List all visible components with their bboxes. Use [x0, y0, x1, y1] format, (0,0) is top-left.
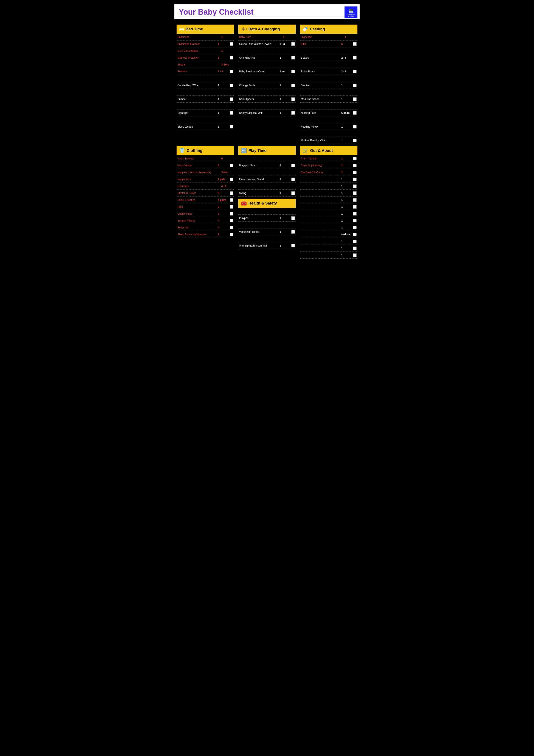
item-checkbox[interactable]	[353, 139, 357, 142]
item-checkbox[interactable]	[353, 233, 357, 236]
item-checkbox[interactable]	[230, 125, 233, 128]
item-checkbox[interactable]	[353, 212, 357, 216]
item-checkbox[interactable]	[230, 198, 233, 202]
item-quantity: 1	[279, 178, 291, 181]
item-quantity: 1	[279, 244, 291, 247]
item-checkbox[interactable]	[353, 84, 357, 87]
item-name: Highchair	[301, 36, 345, 39]
item-checkbox[interactable]	[230, 42, 233, 46]
item-checkbox[interactable]	[353, 70, 357, 73]
item-checkbox[interactable]	[291, 84, 295, 87]
item-checkbox[interactable]	[230, 164, 233, 167]
main-content: 🛏 Bed Time Bassinette1Bassinette Mattres…	[174, 20, 360, 263]
item-checkbox[interactable]	[230, 111, 233, 115]
item-checkbox[interactable]	[291, 230, 295, 233]
item-checkbox[interactable]	[230, 177, 233, 181]
item-name: Medicine Spoon	[301, 97, 341, 101]
item-checkbox[interactable]	[353, 247, 357, 250]
item-checkbox[interactable]	[291, 42, 295, 46]
list-item: 1	[300, 176, 357, 183]
item-name: Sterlizer	[301, 84, 341, 87]
item-checkbox[interactable]	[230, 233, 233, 236]
item-checkbox[interactable]	[353, 219, 357, 222]
clothing-items: Vests Summer6Vests Winter6Nappies (cloth…	[177, 155, 234, 238]
item-quantity: 1	[341, 125, 353, 128]
list-item	[238, 89, 296, 96]
item-quantity: 1	[279, 97, 291, 101]
list-item: Socks / Booties4 pairs	[177, 197, 234, 203]
item-checkbox[interactable]	[353, 198, 357, 202]
health-safety-icon: 🧰	[241, 201, 247, 206]
item-quantity: 1	[218, 42, 230, 45]
list-item	[300, 89, 357, 96]
item-quantity: 1	[341, 219, 353, 222]
item-name: Pram / Stroller	[301, 157, 341, 160]
list-item	[238, 235, 296, 242]
list-item	[177, 89, 234, 96]
item-quantity: 1	[341, 164, 353, 167]
item-quantity: 1	[341, 205, 353, 208]
item-checkbox[interactable]	[291, 216, 295, 220]
item-checkbox[interactable]	[230, 219, 233, 222]
clothing-header: 👕 Clothing	[177, 146, 234, 155]
list-item: 1	[300, 183, 357, 190]
item-checkbox[interactable]	[291, 111, 295, 115]
item-checkbox[interactable]	[353, 157, 357, 160]
item-checkbox[interactable]	[230, 226, 233, 229]
list-item: Bibs6	[300, 40, 357, 47]
item-checkbox[interactable]	[291, 191, 295, 195]
item-checkbox[interactable]	[353, 42, 357, 46]
item-checkbox[interactable]	[353, 191, 357, 195]
item-checkbox[interactable]	[353, 226, 357, 229]
item-checkbox[interactable]	[230, 205, 233, 209]
item-checkbox[interactable]	[353, 240, 357, 243]
item-name: Bibs	[301, 42, 341, 45]
item-checkbox[interactable]	[291, 70, 295, 73]
item-checkbox[interactable]	[230, 84, 233, 87]
item-checkbox[interactable]	[291, 244, 295, 247]
item-checkbox[interactable]	[291, 164, 295, 167]
item-checkbox[interactable]	[291, 97, 295, 101]
item-checkbox[interactable]	[291, 56, 295, 60]
bed-time-icon: 🛏	[179, 26, 184, 32]
list-item: Playgym / Mat1	[238, 162, 296, 169]
item-checkbox[interactable]	[230, 56, 233, 60]
item-checkbox[interactable]	[353, 56, 357, 60]
item-name: Baby Bath	[239, 36, 283, 39]
item-checkbox[interactable]	[230, 97, 233, 101]
item-name: Nightlight	[177, 111, 218, 115]
item-checkbox[interactable]	[230, 70, 233, 73]
item-checkbox[interactable]	[353, 164, 357, 167]
item-quantity: 1 set	[279, 70, 291, 73]
item-checkbox[interactable]	[230, 191, 233, 195]
out-about-title: Out & About	[310, 148, 333, 153]
list-item	[238, 61, 296, 68]
item-checkbox[interactable]	[230, 212, 233, 216]
item-checkbox[interactable]	[353, 97, 357, 101]
item-checkbox[interactable]	[353, 125, 357, 128]
item-name: Gauze Face Cloths / Towels	[239, 42, 280, 45]
item-quantity: 1	[283, 36, 295, 39]
item-quantity: 6	[221, 157, 233, 160]
list-item	[177, 116, 234, 123]
logo-icon: 💻	[348, 8, 354, 13]
middle-column: 🔤 Play Time Playgym / Mat1Excerciser and…	[238, 146, 296, 249]
item-quantity: 1	[341, 199, 353, 202]
list-item: Mattress Protector1	[177, 54, 234, 61]
item-checkbox[interactable]	[353, 171, 357, 174]
item-checkbox[interactable]	[353, 177, 357, 181]
item-checkbox[interactable]	[353, 111, 357, 115]
out-about-header: 🛒 Out & About	[300, 146, 357, 155]
item-checkbox[interactable]	[353, 205, 357, 209]
item-quantity: 6 pairs	[341, 111, 353, 115]
item-quantity: 6	[218, 192, 230, 195]
item-name: Bumper	[177, 97, 218, 101]
item-quantity: 1	[279, 230, 291, 233]
item-quantity: 1	[341, 171, 353, 174]
item-checkbox[interactable]	[353, 254, 357, 257]
item-name: Mother' Feeding Chair	[301, 139, 341, 142]
item-checkbox[interactable]	[353, 184, 357, 188]
item-checkbox[interactable]	[291, 177, 295, 181]
list-item: Changing Pad1	[238, 54, 296, 61]
item-name: Cuddle Rug / Wrap	[177, 84, 218, 87]
